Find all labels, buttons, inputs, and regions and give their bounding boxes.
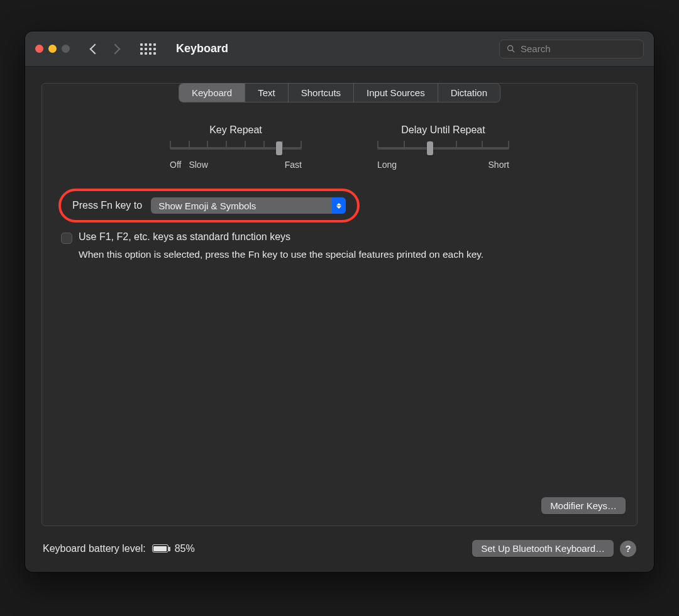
close-icon[interactable] bbox=[35, 45, 43, 53]
all-prefs-icon[interactable] bbox=[140, 43, 156, 55]
battery-percent: 85% bbox=[175, 543, 195, 554]
tab-input-sources[interactable]: Input Sources bbox=[354, 84, 438, 102]
key-repeat-slow-label: Slow bbox=[189, 160, 207, 170]
function-keys-label: Use F1, F2, etc. keys as standard functi… bbox=[79, 231, 290, 243]
search-icon bbox=[506, 44, 516, 53]
tab-text[interactable]: Text bbox=[245, 84, 289, 102]
battery-label: Keyboard battery level: bbox=[43, 543, 146, 554]
tab-keyboard[interactable]: Keyboard bbox=[179, 84, 245, 102]
footer: Keyboard battery level: 85% Set Up Bluet… bbox=[41, 526, 638, 559]
function-keys-checkbox[interactable] bbox=[61, 233, 72, 244]
delay-long-label: Long bbox=[377, 160, 397, 170]
tab-shortcuts[interactable]: Shortcuts bbox=[289, 84, 354, 102]
back-icon[interactable] bbox=[90, 43, 101, 54]
nav-arrows bbox=[91, 45, 119, 53]
fn-key-label: Press Fn key to bbox=[72, 200, 142, 211]
titlebar: Keyboard bbox=[25, 31, 654, 67]
delay-repeat-slider[interactable] bbox=[377, 142, 509, 155]
key-repeat-edge-labels: Off Slow Fast bbox=[170, 160, 302, 170]
traffic-lights bbox=[35, 45, 70, 53]
delay-repeat-group: Delay Until Repeat Long Short bbox=[377, 124, 509, 170]
tab-bar: Keyboard Text Shortcuts Input Sources Di… bbox=[179, 83, 500, 102]
settings-panel: Keyboard Text Shortcuts Input Sources Di… bbox=[41, 83, 638, 526]
preferences-window: Keyboard Keyboard Text Shortcuts Input S… bbox=[25, 31, 654, 572]
fn-key-value: Show Emoji & Symbols bbox=[151, 201, 332, 211]
zoom-icon bbox=[62, 45, 70, 53]
fn-key-setting-highlight: Press Fn key to Show Emoji & Symbols bbox=[58, 189, 360, 223]
key-repeat-fast-label: Fast bbox=[285, 160, 302, 170]
delay-short-label: Short bbox=[489, 160, 509, 170]
key-repeat-knob[interactable] bbox=[276, 141, 282, 155]
search-field[interactable] bbox=[499, 40, 644, 58]
window-body: Keyboard Text Shortcuts Input Sources Di… bbox=[25, 67, 654, 572]
delay-repeat-label: Delay Until Repeat bbox=[401, 124, 485, 136]
tab-dictation[interactable]: Dictation bbox=[438, 84, 500, 102]
delay-edge-labels: Long Short bbox=[377, 160, 509, 170]
key-repeat-off-label: Off bbox=[170, 160, 181, 170]
search-input[interactable] bbox=[521, 43, 640, 54]
key-repeat-group: Key Repeat Off Slow Fast bbox=[170, 124, 302, 170]
popup-chevron-icon bbox=[332, 197, 346, 214]
key-repeat-slider[interactable] bbox=[170, 142, 302, 155]
forward-icon bbox=[110, 43, 121, 54]
modifier-keys-button[interactable]: Modifier Keys… bbox=[541, 497, 626, 514]
minimize-icon[interactable] bbox=[48, 45, 57, 53]
help-button[interactable]: ? bbox=[620, 541, 636, 557]
sliders-row: Key Repeat Off Slow Fast bbox=[53, 124, 626, 170]
svg-line-1 bbox=[512, 50, 515, 53]
setup-bluetooth-button[interactable]: Set Up Bluetooth Keyboard… bbox=[472, 540, 614, 557]
function-keys-description: When this option is selected, press the … bbox=[79, 248, 556, 261]
key-repeat-label: Key Repeat bbox=[209, 124, 262, 136]
fn-key-popup[interactable]: Show Emoji & Symbols bbox=[151, 197, 346, 214]
function-keys-option: Use F1, F2, etc. keys as standard functi… bbox=[61, 231, 618, 244]
delay-repeat-knob[interactable] bbox=[427, 141, 433, 155]
battery-icon bbox=[152, 544, 168, 553]
svg-point-0 bbox=[508, 46, 513, 51]
window-title: Keyboard bbox=[176, 42, 228, 55]
